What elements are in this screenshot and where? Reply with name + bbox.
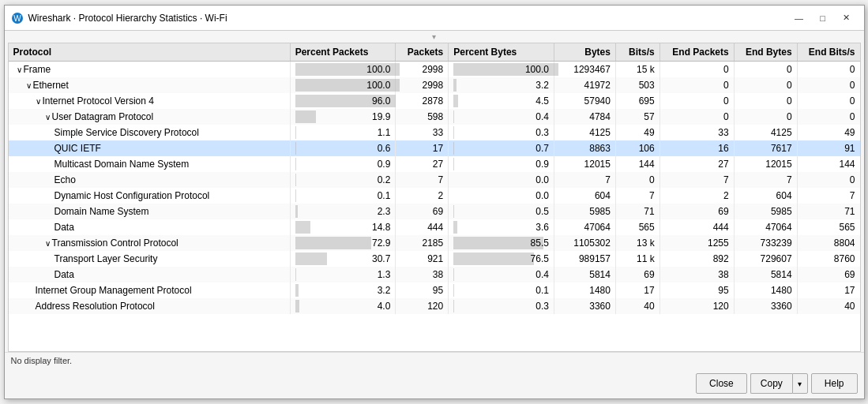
- protocol-indent: ∨Internet Protocol Version 4: [13, 95, 154, 107]
- end-bits-cell: 0: [797, 77, 859, 93]
- table-row[interactable]: ∨Internet Protocol Version 496.028784.55…: [9, 93, 860, 109]
- table-scroll[interactable]: Protocol Percent Packets Packets Percent…: [9, 43, 860, 351]
- table-row[interactable]: Address Resolution Protocol4.01200.33360…: [9, 298, 860, 314]
- packets-cell: 38: [396, 267, 449, 282]
- protocol-indent: Data: [13, 222, 74, 233]
- bytes-cell: 41972: [554, 77, 615, 93]
- table-row[interactable]: Data14.84443.64706456544447064565: [9, 219, 860, 235]
- end-packets-cell: 120: [659, 298, 734, 314]
- table-row[interactable]: Multicast Domain Name System0.9270.91201…: [9, 156, 860, 172]
- end-bits-cell: 69: [797, 267, 859, 282]
- tree-toggle[interactable]: ∨: [26, 81, 32, 90]
- table-body: ∨Frame100.02998100.0129346715 k000∨Ether…: [9, 62, 860, 314]
- col-header-pct-bytes: Percent Bytes: [449, 43, 554, 62]
- table-row[interactable]: ∨User Datagram Protocol19.95980.44784570…: [9, 109, 860, 125]
- table-row[interactable]: Echo0.270.070770: [9, 172, 860, 188]
- end-bits-cell: 0: [797, 62, 859, 77]
- pct-bytes-value: 100.0: [453, 64, 549, 75]
- bits-cell: 49: [615, 125, 659, 140]
- pct-bytes-value: 0.9: [453, 159, 549, 170]
- table-row[interactable]: ∨Ethernet100.029983.241972503000: [9, 77, 860, 93]
- protocol-cell: ∨Frame: [9, 62, 291, 77]
- protocol-name: Multicast Domain Name System: [54, 159, 190, 170]
- table-row[interactable]: Dynamic Host Configuration Protocol0.120…: [9, 188, 860, 204]
- table-row[interactable]: ∨Frame100.02998100.0129346715 k000: [9, 62, 860, 77]
- packets-cell: 921: [396, 251, 449, 267]
- footer: Close Copy ▾ Help: [5, 368, 864, 398]
- table-row[interactable]: Transport Layer Security30.792176.598915…: [9, 251, 860, 267]
- pct-packets-value: 100.0: [295, 80, 391, 91]
- pct-packets-cell: 2.3: [290, 204, 396, 219]
- table-row[interactable]: Simple Service Discovery Protocol1.1330.…: [9, 125, 860, 140]
- end-packets-cell: 0: [659, 77, 734, 93]
- end-bytes-cell: 12015: [734, 156, 797, 172]
- protocol-cell: ∨Internet Protocol Version 4: [9, 93, 291, 109]
- table-row[interactable]: QUIC IETF0.6170.7886310616761791: [9, 140, 860, 156]
- pct-packets-value: 1.3: [295, 269, 391, 280]
- protocol-name: Frame: [24, 64, 51, 75]
- pct-bytes-cell: 0.4: [449, 267, 554, 282]
- table-row[interactable]: ∨Transmission Control Protocol72.9218585…: [9, 235, 860, 251]
- pct-bytes-value: 3.6: [453, 222, 549, 233]
- pct-packets-value: 0.9: [295, 159, 391, 170]
- help-button[interactable]: Help: [811, 373, 858, 394]
- copy-group: Copy ▾: [750, 373, 808, 394]
- table-row[interactable]: Data1.3380.458146938581469: [9, 267, 860, 282]
- protocol-indent: Domain Name System: [13, 206, 149, 217]
- col-header-end-packets: End Packets: [659, 43, 734, 62]
- statistics-table-container[interactable]: Protocol Percent Packets Packets Percent…: [8, 43, 861, 352]
- app-icon: W: [11, 12, 24, 24]
- protocol-name: Internet Protocol Version 4: [43, 95, 154, 107]
- close-button[interactable]: Close: [696, 373, 747, 394]
- end-bits-cell: 0: [797, 93, 859, 109]
- minimize-button[interactable]: —: [788, 9, 810, 27]
- copy-button[interactable]: Copy: [750, 373, 792, 394]
- col-header-end-bits: End Bits/s: [797, 43, 859, 62]
- end-packets-cell: 33: [659, 125, 734, 140]
- pct-bytes-cell: 3.6: [449, 219, 554, 235]
- pct-packets-value: 4.0: [295, 301, 391, 312]
- tree-toggle[interactable]: ∨: [45, 113, 51, 122]
- svg-text:W: W: [13, 14, 21, 23]
- packets-cell: 7: [396, 172, 449, 188]
- bytes-cell: 47064: [554, 219, 615, 235]
- packets-cell: 2998: [396, 77, 449, 93]
- end-bits-cell: 0: [797, 172, 859, 188]
- pct-packets-cell: 3.2: [290, 282, 396, 298]
- table-row[interactable]: Domain Name System2.3690.559857169598571: [9, 204, 860, 219]
- protocol-cell: Dynamic Host Configuration Protocol: [9, 188, 291, 204]
- pct-packets-value: 0.1: [295, 190, 391, 201]
- bytes-cell: 4125: [554, 125, 615, 140]
- end-bits-cell: 17: [797, 282, 859, 298]
- end-packets-cell: 0: [659, 93, 734, 109]
- pct-bytes-value: 0.0: [453, 174, 549, 185]
- bits-cell: 17: [615, 282, 659, 298]
- protocol-indent: ∨User Datagram Protocol: [13, 111, 154, 122]
- pct-packets-value: 14.8: [295, 222, 391, 233]
- maximize-button[interactable]: □: [812, 9, 834, 27]
- pct-packets-value: 30.7: [295, 253, 391, 264]
- copy-dropdown-button[interactable]: ▾: [792, 373, 808, 394]
- packets-cell: 27: [396, 156, 449, 172]
- protocol-cell: ∨User Datagram Protocol: [9, 109, 291, 125]
- pct-packets-cell: 4.0: [290, 298, 396, 314]
- protocol-name: Data: [54, 269, 74, 280]
- close-button[interactable]: ✕: [836, 9, 858, 27]
- bytes-cell: 57940: [554, 93, 615, 109]
- table-row[interactable]: Internet Group Management Protocol3.2950…: [9, 282, 860, 298]
- pct-packets-value: 0.2: [295, 174, 391, 185]
- tree-toggle[interactable]: ∨: [36, 97, 41, 106]
- end-packets-cell: 95: [659, 282, 734, 298]
- bits-cell: 13 k: [615, 235, 659, 251]
- tree-toggle[interactable]: ∨: [45, 239, 51, 248]
- end-bytes-cell: 1480: [734, 282, 797, 298]
- protocol-name: Data: [54, 222, 74, 233]
- pct-bytes-value: 0.5: [453, 206, 549, 217]
- protocol-name: Domain Name System: [54, 206, 149, 217]
- bytes-cell: 604: [554, 188, 615, 204]
- pct-bytes-cell: 0.3: [449, 298, 554, 314]
- bits-cell: 40: [615, 298, 659, 314]
- end-bytes-cell: 47064: [734, 219, 797, 235]
- tree-toggle[interactable]: ∨: [17, 65, 22, 74]
- packets-cell: 2998: [396, 62, 449, 77]
